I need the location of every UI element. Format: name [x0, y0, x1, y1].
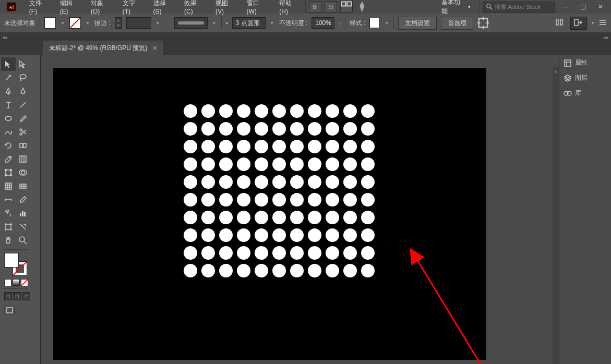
canvas-area[interactable]: ▴ [41, 55, 559, 364]
draw-inside-icon[interactable]: ◻ [22, 292, 30, 300]
fill-swatch[interactable] [44, 17, 56, 29]
document-tab[interactable]: 未标题-2* @ 49% (RGB/GPU 预览) ✕ [43, 41, 163, 55]
menu-window[interactable]: 窗口(W) [242, 0, 274, 17]
artwork-dot [343, 122, 357, 136]
pen-tool-icon[interactable] [1, 84, 16, 98]
maximize-icon[interactable]: ▢ [576, 2, 591, 12]
close-icon[interactable]: ✕ [593, 2, 608, 12]
menu-help[interactable]: 帮助(H) [274, 0, 305, 17]
perspective-grid-tool-icon[interactable] [1, 179, 16, 193]
free-transform-tool-icon[interactable] [1, 166, 16, 179]
menu-object[interactable]: 对象(O) [86, 0, 117, 17]
mesh-tool-icon[interactable] [16, 179, 30, 193]
line-segment-tool-icon[interactable] [16, 98, 30, 112]
minimize-icon[interactable]: — [558, 2, 573, 12]
slice-tool-icon[interactable] [16, 220, 30, 234]
stroke-weight-dropdown-icon[interactable]: ▾ [155, 20, 161, 26]
gpu-rocket-icon[interactable] [356, 1, 368, 13]
stroke-stepper[interactable]: ▴▾ [115, 17, 122, 29]
scroll-up-icon[interactable]: ▴ [554, 69, 558, 73]
stroke-profile-dropdown-icon[interactable]: ▾ [212, 20, 217, 26]
snap-icon[interactable] [570, 17, 587, 30]
selection-tool-icon[interactable] [1, 57, 16, 71]
shaper-tool-icon[interactable] [1, 125, 16, 139]
artwork-dot [361, 175, 375, 189]
search-stock-input[interactable]: 搜索 Adobe Stock [483, 2, 555, 13]
arrange-docs-icon[interactable] [340, 1, 353, 13]
collapse-right-icon[interactable]: ▸▸ [604, 34, 611, 40]
transform-icon[interactable] [477, 17, 489, 29]
svg-point-18 [5, 169, 7, 171]
tab-close-icon[interactable]: ✕ [152, 45, 157, 52]
menu-effect[interactable]: 效果(C) [179, 0, 210, 17]
column-graph-tool-icon[interactable] [16, 207, 30, 220]
svg-rect-32 [6, 224, 11, 229]
scale-tool-icon[interactable] [1, 152, 16, 166]
separator [305, 1, 306, 13]
lasso-tool-icon[interactable] [16, 71, 30, 84]
artwork-dot [255, 193, 268, 207]
stroke-weight-input[interactable] [126, 17, 151, 29]
direct-selection-tool-icon[interactable] [16, 57, 30, 71]
svg-rect-14 [23, 143, 26, 148]
style-dropdown-icon[interactable]: ▾ [384, 20, 389, 26]
preferences-button[interactable]: 首选项 [441, 17, 473, 30]
collapse-left-icon[interactable]: ◂◂ [0, 34, 7, 40]
color-mode-icon[interactable] [4, 279, 11, 286]
curvature-tool-icon[interactable] [16, 84, 30, 98]
artwork-dot [272, 157, 286, 171]
draw-normal-icon[interactable]: ◻ [4, 292, 12, 300]
shape-builder-tool-icon[interactable] [16, 166, 30, 179]
magic-wand-tool-icon[interactable] [1, 71, 16, 84]
document-setup-button[interactable]: 文档设置 [398, 17, 437, 30]
width-tool-icon[interactable] [16, 152, 30, 166]
stroke-swatch[interactable] [69, 17, 81, 29]
panel-properties[interactable]: 属性 [559, 55, 611, 70]
stroke-profile[interactable] [174, 17, 208, 29]
ellipse-tool-icon[interactable] [1, 112, 16, 125]
align-icon[interactable] [555, 18, 564, 28]
vertical-scrollbar[interactable]: ▴ [553, 67, 559, 364]
panel-layers[interactable]: 图层 [559, 70, 611, 86]
brush-def-input[interactable] [232, 17, 266, 29]
menu-select[interactable]: 选择(S) [148, 0, 179, 17]
artwork-dot [272, 246, 286, 260]
zoom-tool-icon[interactable] [16, 234, 30, 247]
menu-file[interactable]: 文件(F) [24, 0, 55, 17]
workspace-switcher[interactable]: 基本功能 ▾ [436, 0, 476, 17]
menu-type[interactable]: 文字(T) [117, 0, 148, 17]
gradient-tool-icon[interactable] [1, 193, 16, 207]
stroke-dropdown-icon[interactable]: ▾ [85, 20, 90, 26]
panel-menu-icon[interactable] [598, 18, 607, 28]
menu-view[interactable]: 视图(V) [210, 0, 241, 17]
bridge-icon[interactable]: Br [309, 1, 321, 13]
svg-rect-8 [574, 19, 578, 26]
fill-box[interactable] [4, 253, 19, 268]
style-swatch[interactable] [369, 18, 380, 28]
artwork-dot [219, 157, 233, 171]
draw-behind-icon[interactable]: ◻ [13, 292, 21, 300]
eyedropper-tool-icon[interactable] [16, 193, 30, 207]
gradient-mode-icon[interactable] [13, 279, 20, 286]
rotate-tool-icon[interactable] [1, 139, 16, 152]
brush-dropdown-icon[interactable]: ▾ [270, 20, 275, 26]
snap-dropdown-icon[interactable]: ▾ [590, 20, 595, 26]
menu-edit[interactable]: 编辑(E) [55, 0, 86, 17]
fill-dropdown-icon[interactable]: ▾ [60, 20, 65, 26]
svg-rect-36 [565, 60, 571, 66]
paintbrush-tool-icon[interactable] [16, 112, 30, 125]
reflect-tool-icon[interactable] [16, 139, 30, 152]
none-mode-icon[interactable] [21, 279, 28, 286]
artboard[interactable] [53, 68, 486, 360]
symbol-sprayer-tool-icon[interactable] [1, 207, 16, 220]
type-tool-icon[interactable] [1, 98, 16, 112]
artboard-tool-icon[interactable] [1, 220, 16, 234]
opacity-input[interactable] [312, 17, 334, 29]
stock-icon[interactable]: St [325, 1, 337, 13]
artwork-dot [184, 175, 197, 189]
hand-tool-icon[interactable] [1, 234, 16, 247]
panel-libraries[interactable]: 库 [559, 86, 611, 101]
fill-stroke-control[interactable] [4, 253, 27, 276]
scissors-tool-icon[interactable] [16, 125, 30, 139]
screen-mode-icon[interactable] [4, 306, 15, 315]
